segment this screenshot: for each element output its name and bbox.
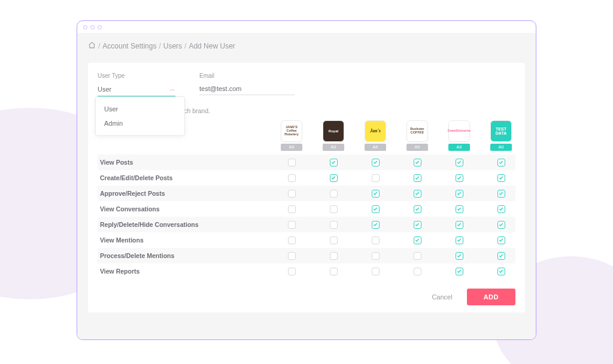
email-input[interactable]: test@test.com <box>199 84 295 95</box>
brand-all-toggle[interactable]: All <box>448 144 470 151</box>
permission-checkbox[interactable] <box>372 221 380 229</box>
permission-row: Approve/Reject Posts <box>98 186 515 201</box>
permission-checkbox[interactable] <box>414 205 421 213</box>
user-type-field: User Type User ︿ <box>98 72 175 96</box>
permission-row: View Conversations <box>98 201 515 217</box>
permission-checkbox[interactable] <box>288 190 296 198</box>
permission-checkbox[interactable] <box>288 174 296 182</box>
breadcrumb-sep: / <box>159 42 160 50</box>
email-field-wrapper: Email test@test.com <box>199 72 295 96</box>
permission-checkbox[interactable] <box>372 174 380 182</box>
permission-checkbox[interactable] <box>497 190 505 198</box>
permission-checkbox[interactable] <box>414 221 421 229</box>
brand-tile[interactable]: Royal <box>323 120 344 142</box>
form-actions: Cancel ADD <box>98 289 515 305</box>
permission-checkbox[interactable] <box>456 268 463 275</box>
user-type-dropdown: User Admin <box>95 96 185 136</box>
permission-checkbox[interactable] <box>456 159 463 166</box>
permission-checkbox[interactable] <box>414 268 421 275</box>
permission-checkbox[interactable] <box>330 221 338 229</box>
home-icon[interactable] <box>88 41 96 51</box>
permission-checkbox[interactable] <box>456 252 463 260</box>
permission-row: Process/Delete Mentions <box>98 248 515 263</box>
brand-all-toggle[interactable]: All <box>490 144 512 151</box>
permission-label: View Posts <box>100 159 280 166</box>
permission-checkbox[interactable] <box>497 221 505 229</box>
permission-label: Reply/Delete/Hide Conversations <box>100 221 280 228</box>
permission-checkbox[interactable] <box>372 236 380 244</box>
permission-checkbox[interactable] <box>288 252 296 260</box>
permission-checkbox[interactable] <box>456 221 463 229</box>
permission-checkbox[interactable] <box>372 190 380 198</box>
permission-row: Reply/Delete/Hide Conversations <box>98 217 515 232</box>
add-button[interactable]: ADD <box>467 289 515 305</box>
brand-all-toggle[interactable]: All <box>323 144 344 151</box>
brand-all-toggle[interactable]: All <box>281 144 302 151</box>
permissions-card: User Type User ︿ Email test@test.com Use… <box>88 63 525 313</box>
permission-checkbox[interactable] <box>414 159 421 166</box>
permission-checkbox[interactable] <box>497 252 505 260</box>
permission-checkbox[interactable] <box>414 174 421 182</box>
permission-row: View Posts <box>98 154 515 170</box>
dropdown-option-admin[interactable]: Admin <box>96 116 184 131</box>
permission-checkbox[interactable] <box>372 268 380 275</box>
brand-column: TEST DATAAll <box>489 120 513 151</box>
permission-label: View Reports <box>100 268 280 275</box>
page-content: / Account Settings / Users / Add New Use… <box>77 33 536 339</box>
breadcrumb-account-settings[interactable]: Account Settings <box>102 42 156 50</box>
cancel-button[interactable]: Cancel <box>432 293 452 301</box>
permission-checkbox[interactable] <box>497 159 505 166</box>
brand-all-toggle[interactable]: All <box>406 144 428 151</box>
brand-tile[interactable]: Buckster COFFEE <box>406 120 428 142</box>
permission-checkbox[interactable] <box>497 268 505 275</box>
dropdown-option-user[interactable]: User <box>96 102 184 116</box>
brand-tile[interactable]: TEST DATA <box>490 120 512 142</box>
brand-tile[interactable]: SweetDelicacies <box>448 120 470 142</box>
permission-checkbox[interactable] <box>497 236 505 244</box>
permission-checkbox[interactable] <box>456 190 463 198</box>
permission-checkbox[interactable] <box>288 236 296 244</box>
permissions-grid: JANE'S Coffee RoasteryAllRoyalAllJan'sAl… <box>98 120 515 279</box>
permission-checkbox[interactable] <box>330 159 338 166</box>
permission-checkbox[interactable] <box>456 174 463 182</box>
permission-checkbox[interactable] <box>372 252 380 260</box>
breadcrumb-add-new-user: Add New User <box>189 42 235 50</box>
permission-row: View Reports <box>98 263 515 279</box>
permission-checkbox[interactable] <box>330 190 338 198</box>
permission-checkbox[interactable] <box>497 205 505 213</box>
permission-checkbox[interactable] <box>330 174 338 182</box>
permission-checkbox[interactable] <box>330 252 338 260</box>
permission-checkbox[interactable] <box>288 205 296 213</box>
brand-column: SweetDelicaciesAll <box>447 120 471 151</box>
window-control-dot[interactable] <box>90 25 95 29</box>
permission-label: Create/Edit/Delete Posts <box>100 174 280 181</box>
breadcrumb: / Account Settings / Users / Add New Use… <box>88 41 525 51</box>
brand-all-toggle[interactable]: All <box>365 144 386 151</box>
browser-frame: / Account Settings / Users / Add New Use… <box>77 20 536 340</box>
permission-checkbox[interactable] <box>330 268 338 275</box>
permission-row: View Mentions <box>98 232 515 248</box>
breadcrumb-sep: / <box>184 42 186 50</box>
permission-row: Create/Edit/Delete Posts <box>98 170 515 186</box>
breadcrumb-users[interactable]: Users <box>163 42 182 50</box>
permission-checkbox[interactable] <box>372 205 380 213</box>
permission-checkbox[interactable] <box>288 159 296 166</box>
permission-checkbox[interactable] <box>456 205 463 213</box>
permission-checkbox[interactable] <box>372 159 380 166</box>
window-control-dot[interactable] <box>83 25 87 29</box>
permission-checkbox[interactable] <box>414 190 421 198</box>
permission-checkbox[interactable] <box>456 236 463 244</box>
user-type-select[interactable]: User ︿ <box>98 84 175 96</box>
permission-checkbox[interactable] <box>414 236 421 244</box>
permission-checkbox[interactable] <box>330 205 338 213</box>
window-control-dot[interactable] <box>98 25 102 29</box>
permission-checkbox[interactable] <box>414 252 421 260</box>
permission-checkbox[interactable] <box>330 236 338 244</box>
permission-checkbox[interactable] <box>497 174 505 182</box>
brand-tile[interactable]: JANE'S Coffee Roastery <box>281 120 302 142</box>
permission-checkbox[interactable] <box>288 221 296 229</box>
permission-checkbox[interactable] <box>288 268 296 275</box>
brand-column: Buckster COFFEEAll <box>405 120 429 151</box>
user-type-value: User <box>98 86 111 93</box>
brand-tile[interactable]: Jan's <box>365 120 386 142</box>
